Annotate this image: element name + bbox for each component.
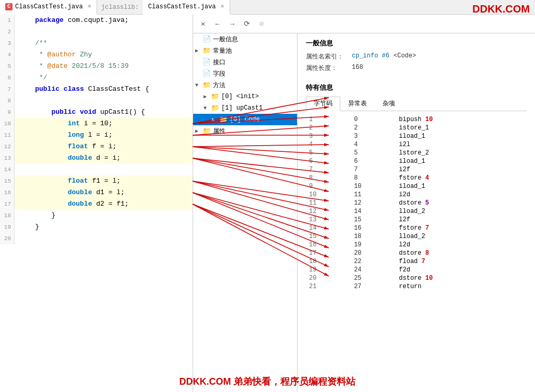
bytecode-row: 1720dstore 8	[306, 249, 527, 257]
line-content: double d = i;	[15, 152, 193, 164]
tree-item-label: 属性	[213, 127, 225, 136]
main-area: 1 package com.cqupt.java;23 /**4 * @auth…	[0, 15, 535, 392]
bc-offset: 5	[351, 149, 396, 157]
tree-item-label: 接口	[213, 58, 225, 67]
bc-instruction: lload_2	[396, 232, 527, 241]
line-number: 12	[0, 141, 15, 152]
back-button[interactable]: ←	[212, 18, 223, 30]
tree-arrow-icon: ▶	[195, 128, 203, 134]
tree-item[interactable]: ▼📁方法	[193, 79, 297, 91]
tree-panel: 📄一般信息▶📁常量池📄接口📄字段▼📁方法▶📁[0] <init>▼📁[1] up…	[193, 33, 298, 392]
code-line: 14	[0, 164, 193, 175]
line-content: }	[15, 210, 193, 221]
bc-row-num: 13	[306, 216, 351, 224]
code-line: 18 }	[0, 210, 193, 221]
code-panel: 1 package com.cqupt.java;23 /**4 * @auth…	[0, 15, 193, 392]
folder-icon: 📁	[211, 104, 219, 112]
tree-item[interactable]: ▶📁常量池	[193, 45, 297, 56]
code-line: 11 long l = i;	[0, 129, 193, 141]
bc-instruction: istore_1	[396, 124, 527, 132]
tree-arrow-icon: ▶	[212, 116, 219, 123]
bytecode-row: 44i2l	[306, 140, 527, 149]
folder-icon: 📁	[203, 81, 211, 89]
bc-offset: 25	[351, 274, 396, 282]
forward-button[interactable]: →	[227, 18, 238, 30]
tree-item-label: 字段	[213, 69, 225, 78]
tree-item-label: [0] <init>	[221, 93, 259, 100]
bc-row-num: 18	[306, 257, 351, 266]
tree-item[interactable]: ▶📁[0] <init>	[193, 91, 297, 102]
bytecode-table: 10bipush 1022istore_133iload_144i2l55lst…	[306, 115, 527, 291]
tab-jclasslib[interactable]: ClassCastTest.java ×	[143, 0, 230, 15]
line-content	[15, 26, 193, 38]
bc-offset: 7	[351, 165, 396, 174]
tree-item[interactable]: 📄接口	[193, 56, 297, 68]
attr-len-row: 属性长度： 168	[306, 64, 527, 73]
bc-row-num: 11	[306, 199, 351, 207]
bc-offset: 22	[351, 257, 396, 266]
bc-row-num: 5	[306, 149, 351, 157]
bytecode-tab-2[interactable]: 杂项	[375, 97, 403, 111]
watermark-bottom: DDKK.COM 弟弟快看，程序员编程资料站	[180, 375, 356, 388]
bc-instruction: i2d	[396, 191, 527, 199]
bc-row-num: 12	[306, 207, 351, 216]
line-number: 17	[0, 198, 15, 210]
bc-instruction: iload_1	[396, 182, 527, 191]
attr-len-value: 168	[352, 64, 363, 73]
close-button[interactable]: ✕	[197, 18, 209, 30]
bc-offset: 24	[351, 266, 396, 274]
line-content: public class ClassCastTest {	[15, 84, 193, 95]
tree-item[interactable]: ▶📁属性	[193, 125, 297, 137]
line-number: 2	[0, 26, 15, 38]
line-content	[15, 164, 193, 175]
bytecode-tab-0[interactable]: 字节码	[306, 97, 340, 111]
tree-item-label: 常量池	[213, 46, 232, 55]
line-number: 6	[0, 72, 15, 84]
watermark-top: DDKK.COM	[472, 3, 530, 15]
bytecode-row: 2025dstore 10	[306, 274, 527, 282]
line-content	[15, 233, 193, 244]
bc-instruction: iload_1	[396, 132, 527, 140]
bytecode-row: 1011i2d	[306, 191, 527, 199]
code-line: 7 public class ClassCastTest {	[0, 84, 193, 95]
line-number: 19	[0, 221, 15, 233]
special-info-title: 特有信息	[306, 83, 527, 92]
folder-icon: 📁	[219, 115, 228, 124]
bc-row-num: 9	[306, 182, 351, 191]
bc-instruction: lload_2	[396, 207, 527, 216]
attr-name-link[interactable]: cp_info #6	[352, 52, 389, 61]
bc-row-num: 16	[306, 241, 351, 249]
code-line: 8	[0, 95, 193, 106]
tree-item[interactable]: ▼📁[1] upCast1	[193, 102, 297, 114]
tree-item[interactable]: ▶📁[0] Code	[193, 114, 297, 125]
line-content: */	[15, 72, 193, 84]
tree-item[interactable]: 📄字段	[193, 68, 297, 79]
bytecode-row: 1619l2d	[306, 241, 527, 249]
bc-instruction: f2d	[396, 266, 527, 274]
bc-offset: 18	[351, 232, 396, 241]
left-tab-label: ClassCastTest.java	[15, 3, 83, 10]
bc-offset: 3	[351, 132, 396, 140]
folder-icon: 📄	[203, 69, 211, 78]
refresh-button[interactable]: ⟳	[241, 18, 253, 30]
bc-instruction: dstore 10	[396, 274, 527, 282]
bc-row-num: 21	[306, 282, 351, 291]
bc-offset: 15	[351, 216, 396, 224]
bytecode-row: 1112dstore 5	[306, 199, 527, 207]
bytecode-row: 66iload_1	[306, 157, 527, 165]
line-number: 18	[0, 210, 15, 221]
code-line: 2	[0, 26, 193, 38]
bytecode-tab-1[interactable]: 异常表	[340, 97, 375, 111]
bc-offset: 12	[351, 199, 396, 207]
bytecode-row: 1822fload 7	[306, 257, 527, 266]
jclasslib-label: jclasslib:	[97, 4, 143, 11]
tab-classcasttest-java[interactable]: C ClassCastTest.java ×	[0, 0, 97, 15]
line-number: 15	[0, 175, 15, 187]
bytecode-row: 1416fstore 7	[306, 224, 527, 232]
line-content: long l = i;	[15, 129, 193, 141]
right-tab-close[interactable]: ×	[220, 3, 224, 10]
tree-item[interactable]: 📄一般信息	[193, 33, 297, 45]
attr-name-value: <Code>	[394, 52, 416, 61]
line-content: float f1 = l;	[15, 175, 193, 187]
left-tab-close[interactable]: ×	[88, 3, 91, 10]
